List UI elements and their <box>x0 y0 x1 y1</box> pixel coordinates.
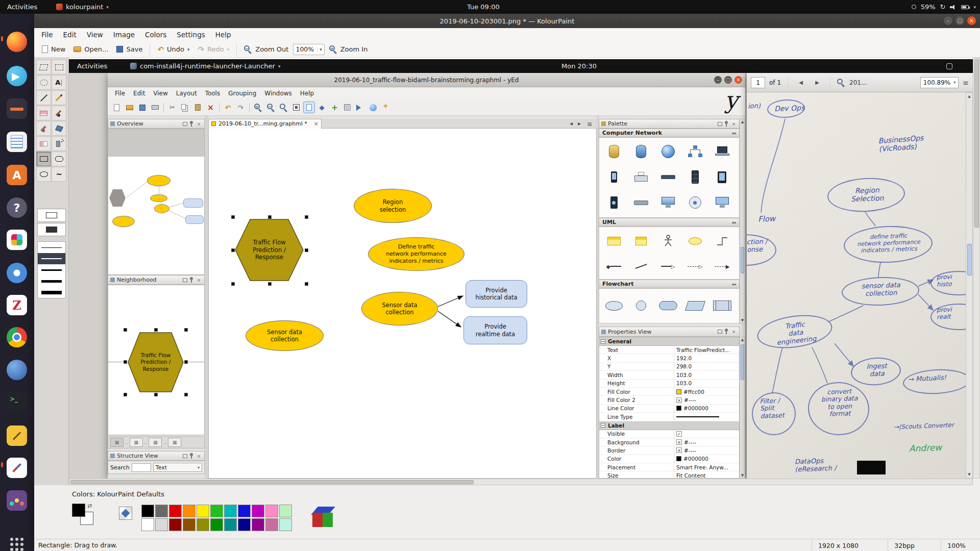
node-sensor-data-top[interactable]: Sensor data collection <box>361 292 438 325</box>
pin-icon[interactable] <box>724 121 728 127</box>
close-icon[interactable]: × <box>195 277 202 283</box>
new-button[interactable]: New <box>38 44 69 55</box>
tool-color-eraser[interactable] <box>36 136 51 151</box>
palette-color[interactable] <box>238 505 251 517</box>
palette-color[interactable] <box>141 518 154 531</box>
tool-spray[interactable] <box>52 136 66 151</box>
delete-icon[interactable]: × <box>205 102 216 113</box>
pin-icon[interactable] <box>189 277 193 283</box>
palette-item-database-gold[interactable] <box>600 139 627 164</box>
node-region-selection[interactable]: Region selection <box>354 189 432 223</box>
magic-wand-icon[interactable]: * <box>380 102 391 113</box>
yed-menu-grouping[interactable]: Grouping <box>224 89 260 98</box>
zoom-out-button[interactable]: −Zoom Out <box>240 44 292 55</box>
palette-color[interactable] <box>238 518 251 531</box>
palette-item-network-tree[interactable] <box>681 139 708 164</box>
dock-icon-chrome[interactable] <box>7 327 27 347</box>
tab-scroll-right-icon[interactable]: ▶ <box>575 120 583 128</box>
menu-edit[interactable]: Edit <box>58 29 82 40</box>
collapse-icon[interactable]: ▴▴ <box>732 282 736 286</box>
palette-item-smartphone[interactable] <box>600 164 627 190</box>
palette-item-flow-ellipse[interactable] <box>600 290 627 321</box>
yed-titlebar[interactable]: 2019-06-10_traffic-flow-bidaml-brainstor… <box>108 73 745 87</box>
palette-panel-header[interactable]: Palette × <box>599 119 740 129</box>
prev-page-icon[interactable]: ◀ <box>795 77 807 88</box>
palette-item-router[interactable] <box>681 190 708 215</box>
palette-item-display[interactable] <box>708 190 736 215</box>
navigation-mode-icon[interactable]: ◆ <box>316 102 328 113</box>
menu-settings[interactable]: Settings <box>172 29 210 40</box>
section-computer-network[interactable]: Computer Network▴▴ <box>599 129 740 137</box>
palette-item-uml-actor[interactable] <box>654 228 681 254</box>
page-number-input[interactable] <box>751 77 765 88</box>
dock-icon-office[interactable]: A <box>7 165 27 185</box>
palette-item-flow-data[interactable] <box>681 290 708 321</box>
palette-scrollbar[interactable]: ▲ ▼ <box>740 119 745 323</box>
scrollbar-thumb[interactable] <box>974 59 979 228</box>
dock-icon-firefox[interactable] <box>7 32 27 52</box>
close-button[interactable]: × <box>967 16 976 25</box>
yed-menu-layout[interactable]: Layout <box>172 89 201 98</box>
dock-icon-chat[interactable] <box>7 66 27 86</box>
palette-color[interactable] <box>169 505 182 517</box>
close-icon[interactable]: × <box>195 120 202 127</box>
tool-ellipse[interactable] <box>36 167 51 182</box>
line-width-5[interactable] <box>38 287 65 298</box>
edit-mode-icon[interactable] <box>303 102 315 113</box>
activities-button[interactable]: Activities <box>2 0 42 14</box>
palette-color[interactable] <box>169 518 182 531</box>
float-icon[interactable] <box>183 122 187 126</box>
dock-icon-terminal[interactable]: >_ <box>7 392 27 413</box>
palette-item-uml-aggregation[interactable]: ◆ <box>600 254 627 279</box>
line-width-3[interactable] <box>38 264 65 276</box>
palette-item-flow-circle[interactable] <box>627 290 654 321</box>
close-icon[interactable]: × <box>730 120 737 127</box>
palette-color[interactable] <box>197 518 209 531</box>
tool-rectangle[interactable] <box>36 152 51 166</box>
kp-horizontal-scrollbar[interactable] <box>69 479 973 485</box>
flag-icon[interactable] <box>354 102 366 113</box>
float-icon[interactable] <box>718 122 722 126</box>
tool-curve[interactable]: ~ <box>52 167 66 182</box>
viewer-zoom-dropdown[interactable]: 100.89%▾ <box>920 77 959 88</box>
tab-list-icon[interactable]: ▤ <box>585 120 594 128</box>
yed-drawing-canvas[interactable]: Traffic Flow Prediction / Response Regio… <box>208 129 597 479</box>
tool-ellipse-select[interactable] <box>36 75 51 90</box>
palette-color[interactable] <box>141 505 154 517</box>
palette-item-uml-class2[interactable] <box>627 228 654 254</box>
float-icon[interactable] <box>183 454 187 458</box>
menu-file[interactable]: File <box>36 29 58 40</box>
palette-item-monitor[interactable] <box>654 190 681 215</box>
section-flowchart[interactable]: Flowchart▴▴ <box>599 280 740 288</box>
tab-close-icon[interactable]: × <box>314 120 318 127</box>
section-uml[interactable]: UML▴▴ <box>599 218 740 227</box>
color-similarity-cube[interactable] <box>312 506 335 529</box>
node-traffic-flow[interactable]: Traffic Flow Prediction / Response <box>231 215 308 286</box>
next-page-icon[interactable]: ▶ <box>811 77 823 88</box>
palette-color[interactable] <box>279 505 292 517</box>
palette-item-internet-globe[interactable] <box>654 139 681 164</box>
palette-item-uml-usecase[interactable] <box>681 228 708 254</box>
tool-color-picker[interactable] <box>36 121 51 136</box>
pin-icon[interactable] <box>189 121 193 127</box>
save-button[interactable]: Save <box>113 44 146 55</box>
palette-item-uml-lifeline[interactable] <box>708 228 736 254</box>
palette-item-speaker[interactable] <box>600 190 627 215</box>
node-sensor-data-bottom[interactable]: Sensor data collection <box>246 320 324 351</box>
yed-menu-file[interactable]: File <box>111 89 129 98</box>
tab-scroll-left-icon[interactable]: ◀ <box>567 120 575 128</box>
neighborhood-panel-header[interactable]: Neighborhood × <box>108 275 205 285</box>
palette-item-database-blue[interactable] <box>627 139 654 164</box>
option-filled[interactable] <box>37 223 66 236</box>
dock-icon-colors[interactable] <box>7 490 27 511</box>
palette-item-printer[interactable] <box>627 164 654 190</box>
float-icon[interactable] <box>718 330 722 334</box>
palette-color[interactable] <box>252 518 264 531</box>
clock[interactable]: Tue 09:00 <box>462 0 505 14</box>
foreground-color-swatch[interactable] <box>72 504 85 517</box>
undo-button[interactable]: ↶Undo▾ <box>154 43 193 56</box>
new-file-icon[interactable] <box>111 102 122 113</box>
palette-item-tablet[interactable] <box>708 164 736 190</box>
line-width-1[interactable] <box>38 242 65 253</box>
dock-icon-slack[interactable] <box>7 230 27 250</box>
